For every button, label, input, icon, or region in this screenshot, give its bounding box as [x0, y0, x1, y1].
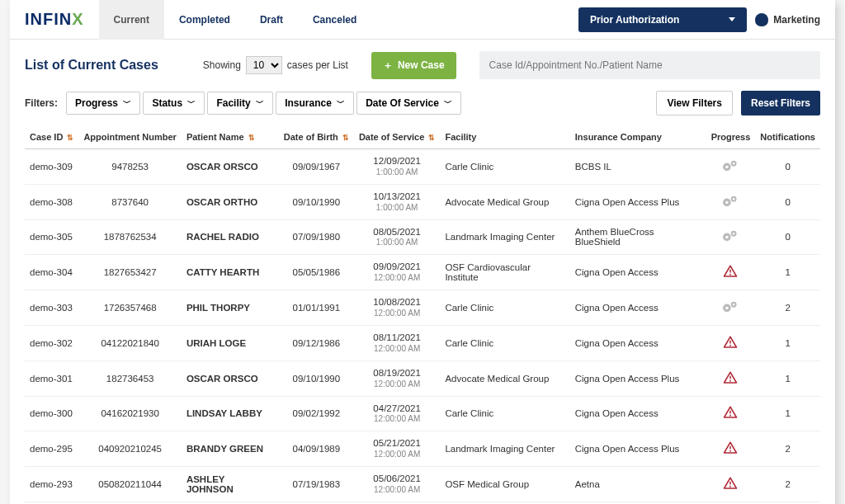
- table-row[interactable]: demo-30204122021840URIAH LOGE09/12/19860…: [25, 325, 820, 360]
- cell-patient: OSCAR ORTHO: [182, 184, 279, 219]
- cell-facility: Carle Clinic: [440, 149, 569, 185]
- cell-appt: 1827653427: [78, 255, 181, 290]
- svg-point-19: [730, 345, 732, 346]
- plus-icon: ＋: [383, 59, 393, 73]
- table-row[interactable]: demo-30004162021930LINDSAY LABBY09/02/19…: [25, 396, 820, 431]
- cell-facility: OSF Medical Group: [440, 467, 569, 502]
- cell-dob: 01/01/1991: [279, 290, 354, 326]
- reset-filters-button[interactable]: Reset Filters: [741, 91, 820, 115]
- cell-appt: 050820211044: [78, 467, 181, 502]
- progress-warning-icon: [723, 264, 738, 279]
- logo-text: INFIN: [25, 10, 72, 28]
- svg-point-15: [726, 307, 729, 309]
- table-row[interactable]: demo-3051878762534RACHEL RADIO07/09/1980…: [25, 219, 820, 255]
- cell-case-id: demo-309: [25, 149, 78, 185]
- cell-facility: OSF Cardiovascular Institute: [440, 255, 569, 290]
- table-row[interactable]: demo-295040920210245BRANDY GREEN04/09/19…: [25, 431, 820, 467]
- cell-case-id: demo-304: [25, 255, 78, 290]
- filter-status[interactable]: Status ﹀: [143, 92, 205, 115]
- cell-appt: 040920210245: [78, 431, 181, 467]
- tab-draft[interactable]: Draft: [245, 0, 298, 40]
- progress-gear-icon: [721, 229, 739, 243]
- cell-patient: BRANDY GREEN: [182, 431, 279, 467]
- sort-icon: ⇅: [342, 134, 349, 142]
- cell-insurance: Cigna Open Access: [570, 396, 706, 431]
- prior-auth-dropdown[interactable]: Prior Authorization: [578, 7, 747, 32]
- sort-icon: ⇅: [67, 134, 73, 142]
- col-insurance-company[interactable]: Insurance Company: [570, 125, 706, 149]
- col-date-of-birth[interactable]: Date of Birth ⇅: [279, 125, 354, 149]
- svg-point-13: [730, 274, 732, 276]
- table-row[interactable]: demo-3031726357468PHIL THORPY01/01/19911…: [25, 290, 820, 326]
- page-title: List of Current Cases: [25, 58, 158, 73]
- cell-case-id: demo-300: [25, 396, 78, 431]
- prior-auth-label: Prior Authorization: [590, 14, 679, 26]
- cell-notif: 2: [755, 467, 820, 502]
- table-row[interactable]: demo-293050820211044ASHLEY JOHNSON07/19/…: [25, 467, 820, 502]
- sort-icon: ⇅: [248, 134, 255, 142]
- logo: INFINX: [10, 10, 99, 29]
- table-row[interactable]: demo-3099478253OSCAR ORSCO09/09/196712/0…: [25, 149, 820, 185]
- table-row[interactable]: demo-3041827653427CATTY HEARTH05/05/1986…: [25, 255, 820, 290]
- table-row[interactable]: demo-301182736453OSCAR ORSCO09/10/199008…: [25, 360, 820, 396]
- cell-dob: 04/09/1989: [279, 431, 354, 467]
- table-row[interactable]: demo-3088737640OSCAR ORTHO09/10/199010/1…: [25, 184, 820, 219]
- cell-dob: 09/02/1992: [279, 396, 354, 431]
- search-input[interactable]: [479, 51, 820, 79]
- cell-notif: 1: [755, 325, 820, 360]
- cell-case-id: demo-293: [25, 467, 78, 502]
- col-patient-name[interactable]: Patient Name ⇅: [182, 125, 279, 149]
- filters-row: Filters: Progress ﹀ Status ﹀ Facility ﹀ …: [10, 91, 835, 125]
- progress-gear-icon: [721, 159, 739, 172]
- per-page-select[interactable]: 10: [246, 56, 282, 74]
- tab-current[interactable]: Current: [99, 0, 164, 40]
- cell-notif: 0: [755, 184, 820, 219]
- filter-progress[interactable]: Progress ﹀: [66, 92, 140, 115]
- cell-case-id: demo-303: [25, 290, 78, 326]
- search-wrap: [479, 51, 820, 79]
- svg-point-5: [726, 200, 729, 203]
- cell-facility: Landmark Imaging Center: [440, 219, 569, 255]
- svg-point-11: [733, 233, 734, 234]
- new-case-label: New Case: [398, 59, 445, 71]
- cell-patient: URIAH LOGE: [182, 325, 279, 360]
- cell-notif: 0: [755, 149, 820, 185]
- cell-dos: 08/11/202112:00:00 AM: [354, 325, 441, 360]
- tab-canceled[interactable]: Canceled: [298, 0, 371, 40]
- tab-completed[interactable]: Completed: [164, 0, 245, 40]
- filter-facility[interactable]: Facility ﹀: [207, 92, 272, 115]
- cell-dob: 05/05/1986: [279, 255, 354, 290]
- cell-patient: OSCAR ORSCO: [182, 360, 279, 396]
- user-menu[interactable]: Marketing: [755, 13, 820, 26]
- col-progress[interactable]: Progress: [706, 125, 756, 149]
- svg-point-3: [733, 163, 734, 164]
- col-case-id[interactable]: Case ID ⇅: [25, 125, 78, 149]
- cell-facility: Carle Clinic: [440, 396, 569, 431]
- col-appointment-number[interactable]: Appointment Number: [78, 125, 181, 149]
- new-case-button[interactable]: ＋New Case: [371, 52, 456, 79]
- filter-date-of-service[interactable]: Date Of Service ﹀: [356, 92, 461, 115]
- view-filters-button[interactable]: View Filters: [656, 91, 732, 115]
- chevron-down-icon: ﹀: [337, 97, 345, 109]
- svg-point-21: [730, 380, 732, 382]
- svg-point-7: [733, 198, 734, 200]
- cell-facility: Carle Clinic: [440, 290, 569, 326]
- cell-insurance: Cigna Open Access Plus: [570, 360, 706, 396]
- cell-progress: [706, 325, 756, 360]
- filter-insurance[interactable]: Insurance ﹀: [276, 92, 354, 115]
- app-header: INFINX CurrentCompletedDraftCanceled Pri…: [10, 0, 835, 40]
- cell-dos: 08/05/20211:00:00 AM: [354, 219, 441, 255]
- cell-dob: 07/09/1980: [279, 219, 354, 255]
- col-date-of-service[interactable]: Date of Service ⇅: [354, 125, 441, 149]
- col-notifications[interactable]: Notifications: [755, 125, 820, 149]
- cell-facility: Landmark Imaging Center: [440, 431, 569, 467]
- cell-progress: [706, 290, 756, 326]
- cell-progress: [706, 184, 756, 219]
- cell-patient: RACHEL RADIO: [182, 219, 279, 255]
- svg-point-9: [726, 236, 729, 238]
- col-facility[interactable]: Facility: [440, 125, 569, 149]
- cell-progress: [706, 396, 756, 431]
- cell-dob: 09/10/1990: [279, 360, 354, 396]
- cell-progress: [706, 149, 756, 185]
- progress-warning-icon: [723, 335, 738, 350]
